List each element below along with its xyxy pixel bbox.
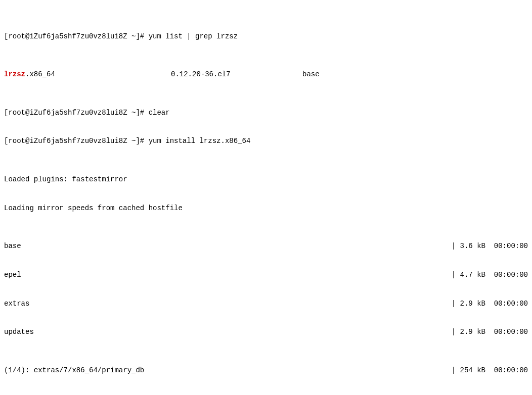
cmd2-text: clear: [149, 109, 170, 117]
download-row: (1/4): extras/7/x86_64/primary_db| 254 k…: [4, 366, 528, 375]
loading-mirror: Loading mirror speeds from cached hostfi…: [4, 204, 528, 213]
grep-version: 0.12.20-36.el7: [171, 70, 302, 79]
grep-repo: base: [302, 70, 528, 79]
terminal-output[interactable]: [root@iZuf6ja5shf7zu0vz8lui8Z ~]# yum li…: [0, 0, 532, 395]
repo-row: extras| 2.9 kB 00:00:00: [4, 299, 528, 309]
repo-row: epel| 4.7 kB 00:00:00: [4, 270, 528, 280]
cmd3-text: yum install lrzsz.x86_64: [149, 137, 251, 145]
grep-result-row: lrzsz.x86_64 0.12.20-36.el7 base: [4, 70, 528, 79]
repo-row: base| 3.6 kB 00:00:00: [4, 241, 528, 251]
grep-highlight: lrzsz: [4, 70, 25, 78]
cmd-line-3: [root@iZuf6ja5shf7zu0vz8lui8Z ~]# yum in…: [4, 136, 528, 146]
cmd-line-1: [root@iZuf6ja5shf7zu0vz8lui8Z ~]# yum li…: [4, 32, 528, 41]
cmd1-text: yum list | grep lrzsz: [149, 32, 238, 40]
loaded-plugins: Loaded plugins: fastestmirror: [4, 175, 528, 184]
repo-row: updates| 2.9 kB 00:00:00: [4, 327, 528, 337]
cmd-line-2: [root@iZuf6ja5shf7zu0vz8lui8Z ~]# clear: [4, 108, 528, 118]
